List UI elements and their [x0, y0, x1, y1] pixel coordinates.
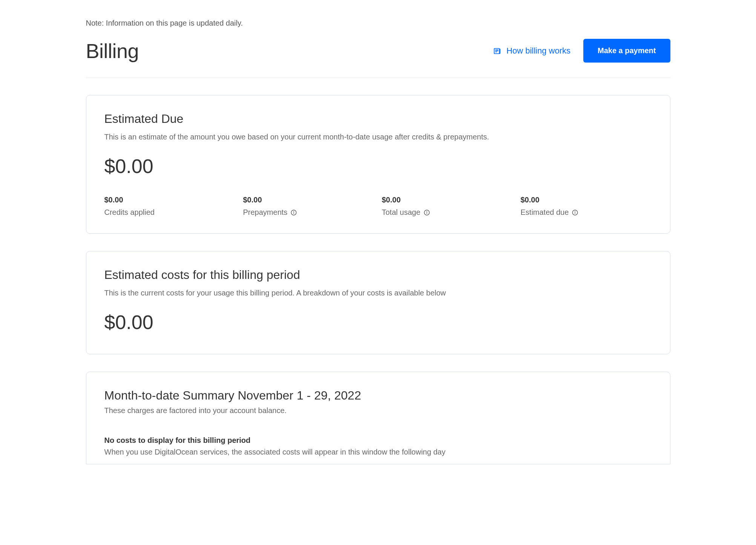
- no-costs-desc: When you use DigitalOcean services, the …: [104, 448, 652, 456]
- how-billing-works-link[interactable]: How billing works: [493, 46, 570, 56]
- stats-row: $0.00 Credits applied $0.00 Prepayments …: [104, 196, 652, 217]
- estimated-due-title: Estimated Due: [104, 112, 652, 126]
- stat-value: $0.00: [243, 196, 374, 204]
- stat-label-text: Estimated due: [521, 208, 569, 217]
- no-costs-title: No costs to display for this billing per…: [104, 436, 652, 445]
- summary-card: Month-to-date Summary November 1 - 29, 2…: [86, 372, 670, 464]
- stat-label: Prepayments: [243, 208, 374, 217]
- stat-label-text: Prepayments: [243, 208, 288, 217]
- stat-estimated-due: $0.00 Estimated due: [521, 196, 652, 217]
- page-title: Billing: [86, 39, 139, 63]
- how-billing-works-label: How billing works: [506, 46, 570, 56]
- summary-title: Month-to-date Summary November 1 - 29, 2…: [104, 389, 652, 403]
- stat-credits-applied: $0.00 Credits applied: [104, 196, 236, 217]
- summary-subtitle: These charges are factored into your acc…: [104, 406, 652, 415]
- stat-label: Credits applied: [104, 208, 236, 217]
- info-icon[interactable]: [290, 209, 297, 216]
- estimated-costs-title: Estimated costs for this billing period: [104, 268, 652, 282]
- estimated-due-card: Estimated Due This is an estimate of the…: [86, 95, 670, 234]
- header-row: Billing How billing works Make a payment: [86, 39, 670, 78]
- stat-label-text: Total usage: [382, 208, 420, 217]
- estimated-costs-card: Estimated costs for this billing period …: [86, 251, 670, 354]
- note-text: Note: Information on this page is update…: [86, 19, 670, 28]
- svg-point-12: [575, 211, 575, 211]
- svg-point-9: [426, 211, 427, 211]
- stat-total-usage: $0.00 Total usage: [382, 196, 513, 217]
- info-icon[interactable]: [423, 209, 430, 216]
- stat-label: Total usage: [382, 208, 513, 217]
- estimated-costs-amount: $0.00: [104, 311, 652, 334]
- stat-prepayments: $0.00 Prepayments: [243, 196, 374, 217]
- stat-value: $0.00: [382, 196, 513, 204]
- newspaper-icon: [493, 47, 501, 55]
- svg-point-6: [294, 211, 294, 211]
- header-actions: How billing works Make a payment: [493, 39, 670, 63]
- stat-value: $0.00: [104, 196, 236, 204]
- make-payment-button[interactable]: Make a payment: [583, 39, 670, 63]
- stat-label-text: Credits applied: [104, 208, 155, 217]
- estimated-due-subtitle: This is an estimate of the amount you ow…: [104, 133, 652, 141]
- stat-value: $0.00: [521, 196, 652, 204]
- info-icon[interactable]: [572, 209, 578, 216]
- stat-label: Estimated due: [521, 208, 652, 217]
- estimated-costs-subtitle: This is the current costs for your usage…: [104, 289, 652, 297]
- estimated-due-amount: $0.00: [104, 155, 652, 178]
